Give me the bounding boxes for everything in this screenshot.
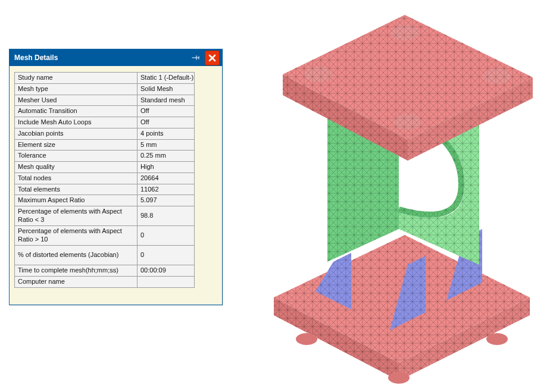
table-row: Mesh qualityHigh xyxy=(15,162,195,173)
property-value: Solid Mesh xyxy=(138,83,195,95)
property-label: Include Mesh Auto Loops xyxy=(15,117,138,128)
property-label: Maximum Aspect Ratio xyxy=(15,195,138,206)
svg-point-27 xyxy=(304,67,333,82)
table-row: Jacobian points4 points xyxy=(15,128,195,139)
property-value: 0 xyxy=(138,226,195,246)
table-row: Total nodes20664 xyxy=(15,173,195,184)
property-label: Study name xyxy=(15,73,138,84)
table-row: Total elements11062 xyxy=(15,184,195,195)
dialog-title: Mesh Details xyxy=(14,54,189,62)
close-icon xyxy=(208,54,217,62)
property-value: High xyxy=(138,162,195,173)
property-value: 5 mm xyxy=(138,139,195,150)
meshed-part-icon xyxy=(250,6,548,387)
property-label: Mesher Used xyxy=(15,95,138,106)
table-row: % of distorted elements (Jacobian)0 xyxy=(15,246,195,265)
property-value: Static 1 (-Default-) xyxy=(138,73,195,84)
property-label: Percentage of elements with Aspect Ratio… xyxy=(15,226,138,246)
mesh-properties-table: Study nameStatic 1 (-Default-)Mesh typeS… xyxy=(14,72,195,288)
property-value xyxy=(138,276,195,287)
property-label: Total nodes xyxy=(15,173,138,184)
table-row: Element size5 mm xyxy=(15,139,195,150)
property-label: Jacobian points xyxy=(15,128,138,139)
dialog-titlebar[interactable]: Mesh Details xyxy=(10,49,222,66)
property-label: Total elements xyxy=(15,184,138,195)
model-viewport[interactable] xyxy=(250,6,548,387)
table-row: Automatic TransitionOff xyxy=(15,106,195,117)
property-value: Standard mesh xyxy=(138,95,195,106)
svg-point-29 xyxy=(483,68,511,84)
property-label: Computer name xyxy=(15,276,138,287)
property-label: Mesh quality xyxy=(15,162,138,173)
property-value: 5.097 xyxy=(138,195,195,206)
svg-point-28 xyxy=(390,25,419,40)
table-row: Percentage of elements with Aspect Ratio… xyxy=(15,226,195,246)
property-label: Tolerance xyxy=(15,150,138,162)
top-plate xyxy=(283,15,533,161)
mesh-details-dialog: Mesh Details Study nameStatic 1 (-Defaul… xyxy=(9,49,223,305)
table-row: Include Mesh Auto LoopsOff xyxy=(15,117,195,128)
property-label: Mesh type xyxy=(15,83,138,95)
property-value: 0.25 mm xyxy=(138,150,195,162)
svg-point-6 xyxy=(388,372,410,384)
property-label: Element size xyxy=(15,139,138,150)
property-value: 11062 xyxy=(138,184,195,195)
table-row: Maximum Aspect Ratio5.097 xyxy=(15,195,195,206)
svg-point-7 xyxy=(486,333,508,345)
property-value: 00:00:09 xyxy=(138,265,195,277)
property-value: Off xyxy=(138,106,195,117)
table-row: Time to complete mesh(hh;mm;ss)00:00:09 xyxy=(15,265,195,277)
table-row: Study nameStatic 1 (-Default-) xyxy=(15,73,195,84)
table-row: Mesher UsedStandard mesh xyxy=(15,95,195,106)
property-value: 98.8 xyxy=(138,206,195,226)
table-row: Computer name xyxy=(15,276,195,287)
property-label: Time to complete mesh(hh;mm;ss) xyxy=(15,265,138,277)
table-row: Tolerance0.25 mm xyxy=(15,150,195,162)
pin-icon[interactable] xyxy=(189,52,201,64)
table-row: Percentage of elements with Aspect Ratio… xyxy=(15,206,195,226)
property-value: Off xyxy=(138,117,195,128)
property-label: % of distorted elements (Jacobian) xyxy=(15,246,138,265)
property-label: Automatic Transition xyxy=(15,106,138,117)
dialog-body: Study nameStatic 1 (-Default-)Mesh typeS… xyxy=(10,66,222,305)
property-label: Percentage of elements with Aspect Ratio… xyxy=(15,206,138,226)
property-value: 4 points xyxy=(138,128,195,139)
svg-point-30 xyxy=(393,114,422,130)
property-value: 20664 xyxy=(138,173,195,184)
svg-point-5 xyxy=(296,333,317,345)
table-row: Mesh typeSolid Mesh xyxy=(15,83,195,95)
close-button[interactable] xyxy=(205,51,220,65)
property-value: 0 xyxy=(138,246,195,265)
